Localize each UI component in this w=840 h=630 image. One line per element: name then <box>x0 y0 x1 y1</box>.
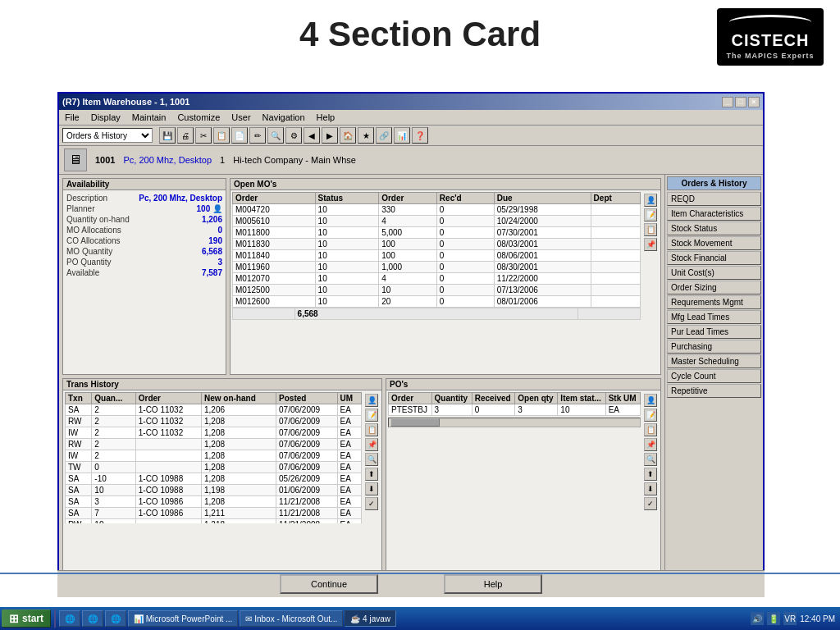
mos-icon-4[interactable]: 📌 <box>644 238 657 251</box>
trans-icon-5[interactable]: 🔍 <box>365 453 378 466</box>
sidebar-item-repetitive[interactable]: Repetitive <box>667 384 761 398</box>
sidebar-item-cycle-count[interactable]: Cycle Count <box>667 369 761 383</box>
slide-background: 4 Section Card CISTECH The MAPICS Expert… <box>0 0 840 630</box>
menu-file[interactable]: File <box>62 112 82 123</box>
trans-icon-6[interactable]: ⬆ <box>365 468 378 481</box>
menu-maintain[interactable]: Maintain <box>130 112 169 123</box>
pos-icon-3[interactable]: 📋 <box>644 423 657 436</box>
menu-help[interactable]: Help <box>314 112 338 123</box>
continue-button[interactable]: Continue <box>280 574 378 594</box>
taskbar-item-browser2[interactable]: 🌐 <box>82 610 103 627</box>
pos-side-icons: 👤 📝 📋 📌 🔍 ⬆ ⬇ ✓ <box>642 392 659 512</box>
table-row: SA-101-CO 109881,20805/26/2009EA <box>66 473 362 485</box>
systray-icon-2: 🔋 <box>767 612 780 625</box>
trans-icon-8[interactable]: ✓ <box>365 497 378 510</box>
top-row: Availability Description Pc, 200 Mhz, De… <box>62 178 661 375</box>
minimize-button[interactable]: _ <box>722 97 733 107</box>
table-row: TW01,20807/06/2009EA <box>66 462 362 473</box>
tb-icon-9[interactable]: ◀ <box>304 127 320 144</box>
open-mos-table-scroll[interactable]: Order Status Order Rec'd Due Dept <box>232 192 641 308</box>
pos-panel: PO's Order Quan <box>386 378 661 578</box>
pos-icon-6[interactable]: ⬆ <box>644 468 657 481</box>
right-sidebar: Orders & History REQDItem Characteristic… <box>664 175 763 582</box>
sidebar-item-stock-status[interactable]: Stock Status <box>667 221 761 235</box>
maximize-button[interactable]: □ <box>735 97 746 107</box>
taskbar-item-browser1[interactable]: 🌐 <box>59 610 80 627</box>
tb-icon-2[interactable]: 🖨 <box>177 127 194 144</box>
taskbar-item-powerpoint[interactable]: 📊 Microsoft PowerPoint ... <box>128 610 238 627</box>
sidebar-item-unit-costs[interactable]: Unit Cost(s) <box>667 266 761 280</box>
trans-icon-2[interactable]: 📝 <box>365 409 378 422</box>
tb-icon-4[interactable]: 📋 <box>213 127 230 144</box>
sidebar-item-order-sizing[interactable]: Order Sizing <box>667 281 761 294</box>
taskbar: ⊞ start 🌐 🌐 🌐 📊 Microsoft PowerPoint ...… <box>0 607 840 630</box>
open-mos-panel: Open MO's Order <box>230 178 661 375</box>
sidebar-item-item-characteristics[interactable]: Item Characteristics <box>667 207 761 221</box>
trans-side-icons: 👤 📝 📋 📌 🔍 ⬆ ⬇ ✓ <box>363 392 380 523</box>
tb-icon-15[interactable]: ❓ <box>412 127 428 144</box>
sidebar-item-reqd[interactable]: REQD <box>667 192 761 206</box>
trans-icon-1[interactable]: 👤 <box>365 394 378 407</box>
start-button[interactable]: ⊞ start <box>2 609 51 628</box>
view-dropdown[interactable]: Orders & History <box>62 128 153 143</box>
avail-mo-alloc-value: 0 <box>217 226 222 235</box>
help-button[interactable]: Help <box>444 574 542 594</box>
pos-icon-5[interactable]: 🔍 <box>644 453 657 466</box>
col-order2: Order <box>379 193 437 204</box>
table-row: M0125001010007/13/2006 <box>233 285 641 296</box>
table-row: SA71-CO 109861,21111/21/2008EA <box>66 508 362 519</box>
open-mos-side-icons: 👤 📝 📋 📌 <box>642 192 659 320</box>
tb-icon-6[interactable]: ✏ <box>249 127 266 144</box>
menu-user[interactable]: User <box>229 112 253 123</box>
pos-table-scroll[interactable]: Order Quantity Received Open qty Item st… <box>388 392 641 416</box>
trans-icon-4[interactable]: 📌 <box>365 438 378 451</box>
avail-co-alloc-row: CO Allocations 190 <box>66 236 222 245</box>
tb-icon-8[interactable]: ⚙ <box>285 127 302 144</box>
taskbar-item-javaw[interactable]: ☕ 4 javaw <box>345 610 396 627</box>
open-mos-table: Order Status Order Rec'd Due Dept <box>232 192 641 308</box>
sidebar-item-purchasing[interactable]: Purchasing <box>667 340 761 354</box>
trans-icon-3[interactable]: 📋 <box>365 423 378 436</box>
menu-customize[interactable]: Customize <box>175 112 222 123</box>
mos-icon-3[interactable]: 📋 <box>644 223 657 236</box>
tb-icon-10[interactable]: ▶ <box>322 127 338 144</box>
th-quan: Quan... <box>92 393 135 404</box>
menu-navigation[interactable]: Navigation <box>260 112 308 123</box>
trans-icon-7[interactable]: ⬇ <box>365 482 378 495</box>
sidebar-item-mfg-lead-times[interactable]: Mfg Lead Times <box>667 310 761 324</box>
table-row: SA31-CO 109861,20811/21/2008EA <box>66 496 362 508</box>
pos-icon-8[interactable]: ✓ <box>644 497 657 510</box>
tb-icon-11[interactable]: 🏠 <box>340 127 356 144</box>
pos-icon-4[interactable]: 📌 <box>644 438 657 451</box>
mos-icon-2[interactable]: 📝 <box>644 208 657 221</box>
pos-scrollbar-h[interactable] <box>388 418 641 427</box>
pos-icon-2[interactable]: 📝 <box>644 409 657 422</box>
col-due: Due <box>494 193 591 204</box>
sidebar-item-stock-financial[interactable]: Stock Financial <box>667 251 761 265</box>
taskbar-item-browser3[interactable]: 🌐 <box>105 610 126 627</box>
po-col-order: Order <box>389 393 432 404</box>
tb-icon-5[interactable]: 📄 <box>231 127 248 144</box>
avail-available-row: Available 7,587 <box>66 268 222 277</box>
info-bar: 🖥 1001 Pc, 200 Mhz, Desktop 1 Hi-tech Co… <box>59 146 763 175</box>
tb-icon-14[interactable]: 📊 <box>394 127 410 144</box>
item-number: 1001 <box>95 155 115 165</box>
po-col-openqty: Open qty <box>515 393 558 404</box>
table-row: M01183010100008/03/2001 <box>233 239 641 250</box>
close-button[interactable]: × <box>748 97 760 107</box>
sidebar-item-master-scheduling[interactable]: Master Scheduling <box>667 354 761 368</box>
sidebar-item-pur-lead-times[interactable]: Pur Lead Times <box>667 325 761 339</box>
mos-icon-1[interactable]: 👤 <box>644 194 657 207</box>
tb-icon-12[interactable]: ★ <box>358 127 374 144</box>
pos-icon-7[interactable]: ⬇ <box>644 482 657 495</box>
trans-table-scroll[interactable]: Txn Quan... Order New on-hand Posted UM <box>65 392 362 523</box>
pos-icon-1[interactable]: 👤 <box>644 394 657 407</box>
tb-icon-7[interactable]: 🔍 <box>267 127 284 144</box>
menu-display[interactable]: Display <box>89 112 123 123</box>
sidebar-item-requrements-mgmt[interactable]: Requrements Mgmt <box>667 295 761 309</box>
taskbar-item-outlook[interactable]: ✉ Inbox - Microsoft Out... <box>240 610 343 627</box>
tb-icon-3[interactable]: ✂ <box>195 127 212 144</box>
tb-icon-1[interactable]: 💾 <box>159 127 176 144</box>
sidebar-item-stock-movement[interactable]: Stock Movement <box>667 236 761 250</box>
tb-icon-13[interactable]: 🔗 <box>376 127 392 144</box>
